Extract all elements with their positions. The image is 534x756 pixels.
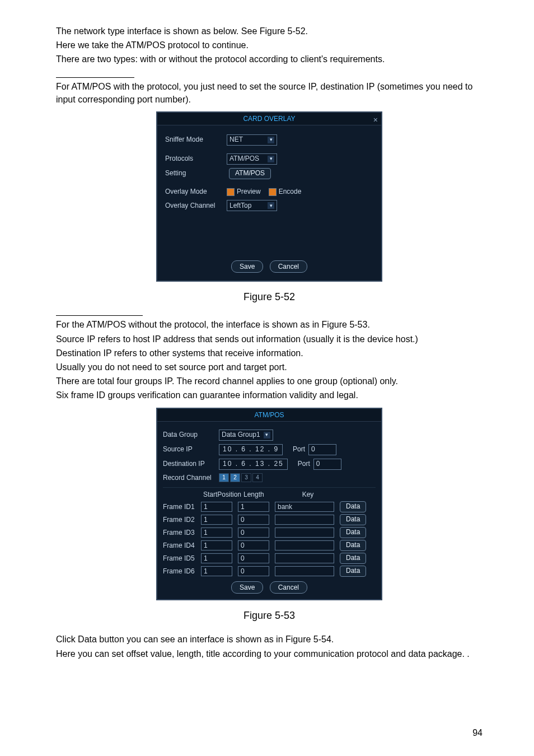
chevron-down-icon: ▾ [264, 432, 270, 438]
record-channel-1[interactable]: 1 [219, 473, 229, 482]
frame-id-label: Frame ID1 [163, 502, 201, 512]
paragraph: There are two types: with or without the… [56, 53, 483, 66]
data-button[interactable]: Data [340, 540, 366, 551]
figure-caption: Figure 5-52 [56, 290, 483, 304]
key-input[interactable] [275, 553, 334, 563]
paragraph: Usually you do not need to set source po… [56, 361, 483, 374]
startposition-input[interactable]: 1 [201, 515, 232, 525]
page-number: 94 [472, 726, 483, 739]
paragraph: Click Data button you can see an interfa… [56, 633, 483, 646]
table-row: Frame ID610Data [163, 566, 376, 577]
protocols-value: ATM/POS [229, 154, 259, 164]
overlay-channel-select[interactable]: LeftTop ▾ [227, 200, 277, 211]
record-channel-2[interactable]: 2 [230, 473, 240, 482]
dialog-title: CARD OVERLAY [243, 115, 295, 123]
preview-label: Preview [237, 187, 261, 197]
frame-id-label: Frame ID4 [163, 541, 201, 550]
col-startposition: StartPosition [203, 490, 243, 500]
source-port-input[interactable]: 0 [308, 444, 336, 455]
destination-ip-label: Destination IP [163, 459, 219, 469]
chevron-down-icon: ▾ [268, 137, 274, 143]
save-button[interactable]: Save [231, 260, 263, 273]
table-row: Frame ID111bankData [163, 501, 376, 512]
setting-button[interactable]: ATM/POS [229, 168, 271, 179]
frame-id-label: Frame ID6 [163, 567, 201, 576]
sniffer-mode-select[interactable]: NET ▾ [227, 134, 277, 146]
chevron-down-icon: ▾ [268, 156, 274, 162]
frame-id-table: StartPosition Length Key Frame ID111bank… [163, 487, 376, 577]
length-input[interactable]: 0 [238, 553, 269, 563]
setting-label: Setting [165, 169, 227, 178]
col-key: Key [277, 490, 339, 500]
length-input[interactable]: 0 [238, 540, 269, 550]
key-input[interactable] [275, 566, 334, 576]
dialog-title-bar: CARD OVERLAY × [157, 113, 381, 125]
table-row: Frame ID210Data [163, 514, 376, 525]
length-input[interactable]: 0 [238, 566, 269, 576]
data-group-select[interactable]: Data Group1 ▾ [219, 430, 273, 441]
key-input[interactable] [275, 515, 334, 525]
encode-label: Encode [279, 187, 302, 197]
key-input[interactable] [275, 540, 334, 550]
paragraph: For ATM/POS with the protocol, you just … [56, 80, 483, 106]
col-length: Length [243, 490, 277, 500]
startposition-input[interactable]: 1 [201, 566, 232, 576]
data-button[interactable]: Data [340, 566, 366, 577]
protocols-label: Protocols [165, 154, 227, 164]
frame-id-label: Frame ID5 [163, 554, 201, 563]
data-button[interactable]: Data [340, 501, 366, 512]
overlay-channel-label: Overlay Channel [165, 201, 227, 211]
key-input[interactable] [275, 528, 334, 538]
figure-caption: Figure 5-53 [56, 608, 483, 623]
data-button[interactable]: Data [340, 553, 366, 564]
frame-id-label: Frame ID2 [163, 515, 201, 525]
dialog-title-bar: ATM/POS [157, 409, 381, 422]
destination-port-label: Port [298, 459, 310, 469]
length-input[interactable]: 1 [238, 502, 269, 512]
length-input[interactable]: 0 [238, 528, 269, 538]
data-group-value: Data Group1 [222, 430, 260, 440]
data-group-label: Data Group [163, 430, 219, 440]
startposition-input[interactable]: 1 [201, 528, 232, 538]
dialog-title: ATM/POS [254, 411, 284, 419]
record-channel-3[interactable]: 3 [241, 473, 251, 482]
source-ip-label: Source IP [163, 445, 219, 454]
destination-port-input[interactable]: 0 [313, 459, 341, 470]
key-input[interactable]: bank [275, 502, 334, 512]
record-channel-group: 1234 [219, 473, 264, 482]
startposition-input[interactable]: 1 [201, 553, 232, 563]
paragraph: Here you can set offset value, length, t… [56, 647, 483, 660]
close-icon[interactable]: × [373, 114, 378, 126]
destination-ip-input[interactable]: 10 . 6 . 13 . 25 [219, 459, 288, 470]
overlay-channel-value: LeftTop [229, 201, 251, 211]
table-row: Frame ID410Data [163, 540, 376, 551]
protocols-select[interactable]: ATM/POS ▾ [227, 153, 277, 165]
cancel-button[interactable]: Cancel [270, 260, 307, 273]
sniffer-mode-value: NET [229, 135, 243, 144]
record-channel-4[interactable]: 4 [252, 473, 263, 482]
source-ip-input[interactable]: 10 . 6 . 12 . 9 [219, 444, 283, 455]
table-row: Frame ID510Data [163, 553, 376, 564]
encode-checkbox[interactable] [269, 188, 277, 196]
sniffer-mode-label: Sniffer Mode [165, 135, 227, 144]
paragraph: Here we take the ATM/POS protocol to con… [56, 39, 483, 52]
divider [56, 315, 143, 316]
card-overlay-dialog: CARD OVERLAY × Sniffer Mode NET ▾ Protoc… [156, 111, 382, 282]
paragraph: For the ATM/POS without the protocol, th… [56, 318, 483, 331]
preview-checkbox[interactable] [227, 188, 235, 196]
paragraph: Source IP refers to host IP address that… [56, 333, 483, 346]
frame-id-label: Frame ID3 [163, 528, 201, 538]
length-input[interactable]: 0 [238, 515, 269, 525]
data-button[interactable]: Data [340, 514, 366, 525]
paragraph: The network type interface is shown as b… [56, 25, 483, 38]
save-button[interactable]: Save [231, 581, 263, 594]
paragraph: Destination IP refers to other systems t… [56, 347, 483, 360]
startposition-input[interactable]: 1 [201, 502, 232, 512]
table-row: Frame ID310Data [163, 527, 376, 538]
record-channel-label: Record Channel [163, 473, 219, 483]
startposition-input[interactable]: 1 [201, 540, 232, 550]
paragraph: Six frame ID groups verification can gua… [56, 389, 483, 402]
cancel-button[interactable]: Cancel [270, 581, 307, 594]
data-button[interactable]: Data [340, 527, 366, 538]
paragraph: There are total four groups IP. The reco… [56, 375, 483, 388]
